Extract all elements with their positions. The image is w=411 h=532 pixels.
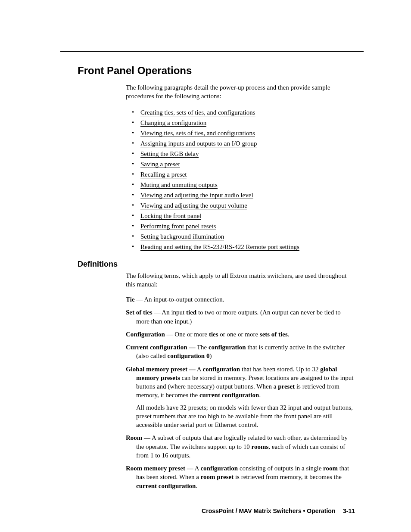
list-item: Assigning inputs and outputs to an I/O g… (140, 138, 355, 149)
bold-text: current configuration (136, 482, 196, 489)
term: Current configuration — (126, 344, 195, 351)
link-creating-ties[interactable]: Creating ties, sets of ties, and configu… (140, 109, 255, 116)
body-text: . (259, 392, 261, 398)
bold-text: configuration 0 (167, 352, 209, 359)
list-item: Performing front panel resets (140, 221, 355, 231)
bold-text: ties (209, 331, 218, 338)
bold-text: room (323, 465, 338, 472)
definition-global-memory-preset: Global memory preset — A configuration t… (126, 365, 355, 400)
bold-text: room preset (201, 473, 234, 480)
body-text: A (193, 465, 201, 472)
link-background-illumination[interactable]: Setting background illumination (140, 233, 224, 240)
bold-text: rooms (252, 443, 269, 450)
term: Room memory preset — (126, 465, 193, 472)
link-setting-rgb-delay[interactable]: Setting the RGB delay (140, 150, 199, 158)
body-text: One or more (173, 331, 209, 338)
link-front-panel-resets[interactable]: Performing front panel resets (140, 223, 216, 230)
link-input-audio-level[interactable]: Viewing and adjusting the input audio le… (140, 192, 253, 199)
link-assigning-io-group[interactable]: Assigning inputs and outputs to an I/O g… (140, 140, 257, 147)
bold-text: configuration (200, 465, 238, 472)
bold-text: current configuration (199, 392, 259, 398)
body-text: An input (160, 309, 186, 316)
body-text: ) (209, 352, 212, 359)
body-text: that has been stored. Up to 32 (240, 366, 320, 373)
definition-current-configuration: Current configuration — The configuratio… (126, 343, 355, 361)
heading-front-panel-operations: Front Panel Operations (78, 65, 355, 77)
definition-room: Room — A subset of outputs that are logi… (126, 433, 355, 460)
term: Room — (126, 434, 150, 441)
definition-list: Tie — An input-to-output connection. Set… (126, 295, 355, 490)
body-text: An input-to-output connection. (143, 296, 224, 303)
link-changing-configuration[interactable]: Changing a configuration (140, 119, 206, 127)
term: Set of ties — (126, 309, 160, 316)
definition-configuration: Configuration — One or more ties or one … (126, 330, 355, 339)
term: Tie — (126, 296, 143, 303)
term: Configuration — (126, 331, 173, 338)
body-text: . (288, 331, 290, 338)
horizontal-rule (60, 51, 364, 52)
definition-global-memory-preset-note: All models have 32 presets; on models wi… (126, 403, 355, 429)
body-text: A (196, 366, 203, 373)
list-item: Muting and unmuting outputs (140, 180, 355, 190)
term: Global memory preset — (126, 366, 196, 373)
list-item: Creating ties, sets of ties, and configu… (140, 107, 355, 118)
list-item: Viewing and adjusting the output volume (140, 200, 355, 211)
body-text: . (196, 482, 197, 489)
list-item: Viewing ties, sets of ties, and configur… (140, 128, 355, 138)
bold-text: tied (186, 309, 196, 316)
list-item: Saving a preset (140, 159, 355, 169)
list-item: Viewing and adjusting the input audio le… (140, 190, 355, 200)
bold-text: configuration (209, 344, 246, 351)
body-text: The (195, 344, 209, 351)
body-text: consisting of outputs in a single (238, 465, 323, 472)
link-muting-unmuting[interactable]: Muting and unmuting outputs (140, 181, 218, 189)
bold-text: preset (278, 383, 295, 390)
content-area: Front Panel Operations The following par… (78, 65, 355, 490)
definition-room-memory-preset: Room memory preset — A configuration con… (126, 464, 355, 490)
list-item: Setting background illumination (140, 231, 355, 242)
body-text: or one or more (218, 331, 260, 338)
intro-paragraph-1: The following paragraphs detail the powe… (126, 83, 355, 101)
link-viewing-ties[interactable]: Viewing ties, sets of ties, and configur… (140, 130, 255, 137)
list-item: Changing a configuration (140, 118, 355, 128)
footer-title: CrossPoint / MAV Matrix Switchers • Oper… (202, 507, 335, 514)
link-rs232-rs422-settings[interactable]: Reading and setting the RS-232/RS-422 Re… (140, 243, 299, 251)
heading-definitions: Definitions (78, 260, 355, 269)
definition-set-of-ties: Set of ties — An input tied to two or mo… (126, 308, 355, 326)
list-item: Setting the RGB delay (140, 149, 355, 159)
page: Front Panel Operations The following par… (0, 0, 411, 532)
page-footer: CrossPoint / MAV Matrix Switchers • Oper… (202, 507, 355, 515)
link-output-volume[interactable]: Viewing and adjusting the output volume (140, 202, 247, 209)
bold-text: configuration (202, 366, 240, 373)
definition-tie: Tie — An input-to-output connection. (126, 295, 355, 304)
link-list: Creating ties, sets of ties, and configu… (126, 107, 355, 252)
link-saving-preset[interactable]: Saving a preset (140, 161, 180, 168)
list-item: Locking the front panel (140, 211, 355, 221)
bold-text: sets of ties (260, 331, 288, 338)
intro-paragraph-2: The following terms, which apply to all … (126, 271, 355, 289)
page-number: 3-11 (343, 507, 355, 514)
list-item: Reading and setting the RS-232/RS-422 Re… (140, 242, 355, 252)
link-recalling-preset[interactable]: Recalling a preset (140, 171, 187, 178)
link-locking-front-panel[interactable]: Locking the front panel (140, 212, 201, 220)
list-item: Recalling a preset (140, 169, 355, 180)
body-text: is retrieved from memory, it becomes the (234, 473, 342, 480)
